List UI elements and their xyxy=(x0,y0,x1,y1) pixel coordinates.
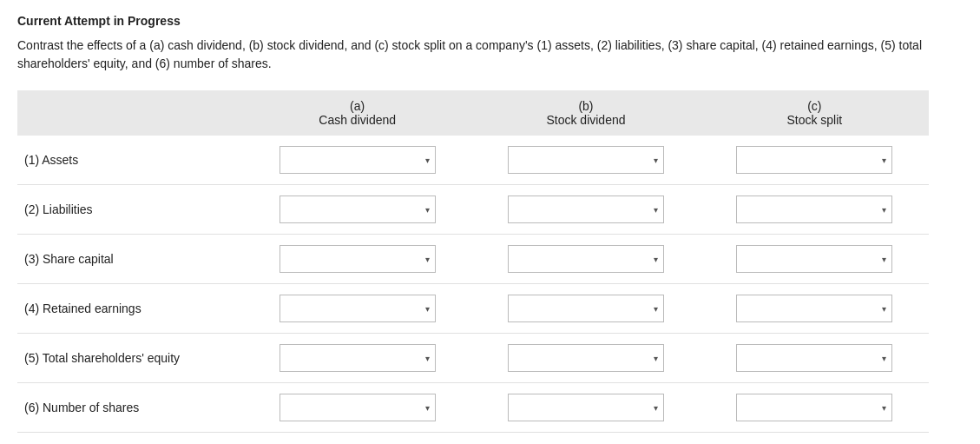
dropdown-wrapper-4-c[interactable]: DecreaseIncreaseNo effect▾ xyxy=(736,344,892,372)
dropdown-wrapper-0-b[interactable]: DecreaseIncreaseNo effect▾ xyxy=(508,146,664,174)
cell-0-a: DecreaseIncreaseNo effect▾ xyxy=(243,136,471,185)
dropdown-wrapper-4-a[interactable]: DecreaseIncreaseNo effect▾ xyxy=(280,344,436,372)
dropdown-1-c[interactable]: DecreaseIncreaseNo effect xyxy=(742,196,886,222)
col-a-line2: Cash dividend xyxy=(250,113,464,127)
dropdown-3-c[interactable]: DecreaseIncreaseNo effect xyxy=(742,295,886,321)
col-b-line1: (b) xyxy=(478,99,693,113)
dropdown-wrapper-2-a[interactable]: DecreaseIncreaseNo effect▾ xyxy=(280,245,436,273)
dropdown-5-c[interactable]: DecreaseIncreaseNo effect xyxy=(742,394,886,421)
table-row: (1) AssetsDecreaseIncreaseNo effect▾Decr… xyxy=(17,136,929,185)
cell-0-b: DecreaseIncreaseNo effect▾ xyxy=(471,136,700,185)
cell-2-b: DecreaseIncreaseNo effect▾ xyxy=(471,235,700,284)
row-label-2: (3) Share capital xyxy=(17,235,243,284)
col-header-c: (c) Stock split xyxy=(700,90,929,136)
col-header-b: (b) Stock dividend xyxy=(471,90,700,136)
dropdown-wrapper-1-a[interactable]: DecreaseIncreaseNo effect▾ xyxy=(280,195,436,223)
dropdown-0-a[interactable]: DecreaseIncreaseNo effect xyxy=(286,147,430,173)
row-label-3: (4) Retained earnings xyxy=(17,284,243,334)
dropdown-wrapper-5-c[interactable]: DecreaseIncreaseNo effect▾ xyxy=(736,394,892,421)
table-row: (2) LiabilitiesDecreaseIncreaseNo effect… xyxy=(17,185,929,235)
dropdown-0-b[interactable]: DecreaseIncreaseNo effect xyxy=(514,147,658,173)
col-a-line1: (a) xyxy=(250,99,464,113)
dropdown-2-a[interactable]: DecreaseIncreaseNo effect xyxy=(286,246,430,272)
dropdown-2-c[interactable]: DecreaseIncreaseNo effect xyxy=(742,246,886,272)
effects-table: (a) Cash dividend (b) Stock dividend (c)… xyxy=(17,90,929,433)
dropdown-wrapper-2-c[interactable]: DecreaseIncreaseNo effect▾ xyxy=(736,245,892,273)
cell-1-b: DecreaseIncreaseNo effect▾ xyxy=(471,185,700,235)
question-text: Contrast the effects of a (a) cash divid… xyxy=(17,36,929,73)
table-row: (4) Retained earningsDecreaseIncreaseNo … xyxy=(17,284,929,334)
dropdown-wrapper-5-b[interactable]: DecreaseIncreaseNo effect▾ xyxy=(508,394,664,421)
dropdown-wrapper-3-b[interactable]: DecreaseIncreaseNo effect▾ xyxy=(508,295,664,322)
attempt-title: Current Attempt in Progress xyxy=(17,14,963,28)
cell-4-c: DecreaseIncreaseNo effect▾ xyxy=(700,334,929,383)
dropdown-0-c[interactable]: DecreaseIncreaseNo effect xyxy=(742,147,886,173)
cell-2-a: DecreaseIncreaseNo effect▾ xyxy=(243,235,471,284)
cell-0-c: DecreaseIncreaseNo effect▾ xyxy=(700,136,929,185)
cell-3-a: DecreaseIncreaseNo effect▾ xyxy=(243,284,471,334)
dropdown-1-a[interactable]: DecreaseIncreaseNo effect xyxy=(286,196,430,222)
cell-4-b: DecreaseIncreaseNo effect▾ xyxy=(471,334,700,383)
cell-5-b: DecreaseIncreaseNo effect▾ xyxy=(471,383,700,433)
table-row: (6) Number of sharesDecreaseIncreaseNo e… xyxy=(17,383,929,433)
cell-5-c: DecreaseIncreaseNo effect▾ xyxy=(700,383,929,433)
dropdown-wrapper-5-a[interactable]: DecreaseIncreaseNo effect▾ xyxy=(280,394,436,421)
cell-3-b: DecreaseIncreaseNo effect▾ xyxy=(471,284,700,334)
dropdown-wrapper-3-c[interactable]: DecreaseIncreaseNo effect▾ xyxy=(736,295,892,322)
row-label-4: (5) Total shareholders' equity xyxy=(17,334,243,383)
dropdown-wrapper-2-b[interactable]: DecreaseIncreaseNo effect▾ xyxy=(508,245,664,273)
dropdown-wrapper-4-b[interactable]: DecreaseIncreaseNo effect▾ xyxy=(508,344,664,372)
dropdown-1-b[interactable]: DecreaseIncreaseNo effect xyxy=(514,196,658,222)
row-label-0: (1) Assets xyxy=(17,136,243,185)
cell-3-c: DecreaseIncreaseNo effect▾ xyxy=(700,284,929,334)
cell-1-a: DecreaseIncreaseNo effect▾ xyxy=(243,185,471,235)
dropdown-5-a[interactable]: DecreaseIncreaseNo effect xyxy=(286,394,430,421)
dropdown-3-a[interactable]: DecreaseIncreaseNo effect xyxy=(286,295,430,321)
dropdown-2-b[interactable]: DecreaseIncreaseNo effect xyxy=(514,246,658,272)
dropdown-wrapper-1-b[interactable]: DecreaseIncreaseNo effect▾ xyxy=(508,195,664,223)
table-row: (3) Share capitalDecreaseIncreaseNo effe… xyxy=(17,235,929,284)
col-c-line2: Stock split xyxy=(707,113,922,127)
dropdown-4-a[interactable]: DecreaseIncreaseNo effect xyxy=(286,345,430,371)
dropdown-wrapper-3-a[interactable]: DecreaseIncreaseNo effect▾ xyxy=(280,295,436,322)
col-header-a: (a) Cash dividend xyxy=(243,90,471,136)
cell-5-a: DecreaseIncreaseNo effect▾ xyxy=(243,383,471,433)
row-label-1: (2) Liabilities xyxy=(17,185,243,235)
cell-2-c: DecreaseIncreaseNo effect▾ xyxy=(700,235,929,284)
dropdown-5-b[interactable]: DecreaseIncreaseNo effect xyxy=(514,394,658,421)
dropdown-3-b[interactable]: DecreaseIncreaseNo effect xyxy=(514,295,658,321)
dropdown-wrapper-1-c[interactable]: DecreaseIncreaseNo effect▾ xyxy=(736,195,892,223)
table-row: (5) Total shareholders' equityDecreaseIn… xyxy=(17,334,929,383)
dropdown-4-b[interactable]: DecreaseIncreaseNo effect xyxy=(514,345,658,371)
cell-4-a: DecreaseIncreaseNo effect▾ xyxy=(243,334,471,383)
cell-1-c: DecreaseIncreaseNo effect▾ xyxy=(700,185,929,235)
col-header-label xyxy=(17,90,243,136)
table-header-row: (a) Cash dividend (b) Stock dividend (c)… xyxy=(17,90,929,136)
dropdown-wrapper-0-c[interactable]: DecreaseIncreaseNo effect▾ xyxy=(736,146,892,174)
dropdown-4-c[interactable]: DecreaseIncreaseNo effect xyxy=(742,345,886,371)
col-c-line1: (c) xyxy=(707,99,922,113)
row-label-5: (6) Number of shares xyxy=(17,383,243,433)
col-b-line2: Stock dividend xyxy=(478,113,693,127)
dropdown-wrapper-0-a[interactable]: DecreaseIncreaseNo effect▾ xyxy=(280,146,436,174)
